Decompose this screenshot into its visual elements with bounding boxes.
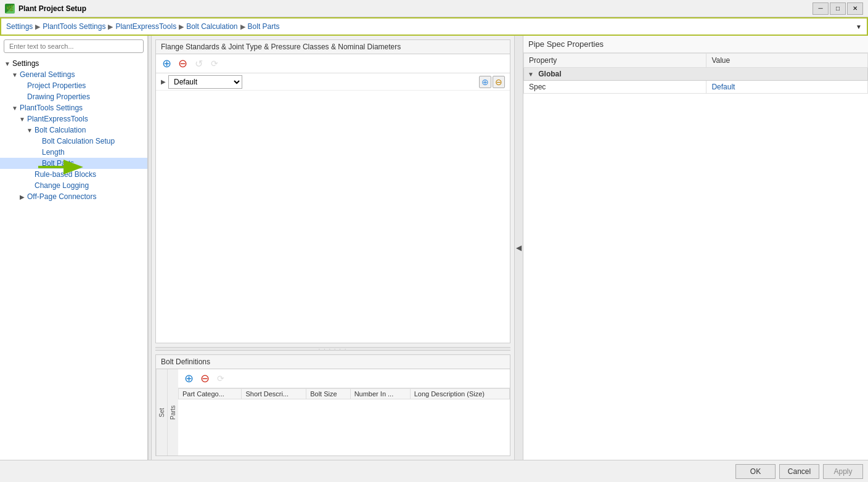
tree-item-drawing-properties[interactable]: Drawing Properties xyxy=(0,91,147,102)
tree-label-length: Length xyxy=(42,148,65,157)
tree-label-project-properties: Project Properties xyxy=(27,81,86,90)
expand-settings-icon: ▼ xyxy=(2,60,12,67)
bottom-bar: OK Cancel Apply xyxy=(0,460,868,482)
prop-name-spec: Spec xyxy=(524,81,706,94)
prop-col-property: Property xyxy=(524,54,706,68)
bolt-definitions-header: Bolt Definitions xyxy=(156,355,510,369)
resize-dots: · · · · · · xyxy=(319,346,347,352)
tree-item-length[interactable]: Length xyxy=(0,147,147,158)
add-circle-icon: ⊕ xyxy=(162,57,171,70)
breadcrumb-sep-2: ▶ xyxy=(108,23,113,31)
tree-item-bolt-calculation[interactable]: ▼ Bolt Calculation xyxy=(0,125,147,136)
bolt-remove-button[interactable]: ⊖ xyxy=(198,372,211,385)
flange-undo-button[interactable]: ↺ xyxy=(192,57,205,70)
bolt-remove-icon: ⊖ xyxy=(200,372,210,385)
breadcrumb-settings[interactable]: Settings xyxy=(6,22,33,31)
bolt-def-inner: ⊕ ⊖ ⟳ Part Catego... xyxy=(178,369,510,455)
tree-label-bolt-calculation: Bolt Calculation xyxy=(35,126,86,134)
minimize-button[interactable]: ─ xyxy=(813,2,829,15)
tree-item-bolt-parts[interactable]: Bolt Parts xyxy=(0,158,147,169)
breadcrumb-dropdown-icon[interactable]: ▼ xyxy=(856,23,862,30)
tree-label-change-logging: Change Logging xyxy=(35,181,89,190)
flange-refresh-button[interactable]: ⟳ xyxy=(208,57,221,70)
group-label-global: Global xyxy=(538,70,561,78)
flange-add-button[interactable]: ⊕ xyxy=(160,57,173,70)
expand-ruleblocks-icon xyxy=(25,171,35,178)
flange-panel: Flange Standards & Joint Type & Pressure… xyxy=(155,39,510,343)
prop-col-value: Value xyxy=(706,54,868,68)
tree-item-off-page-connectors[interactable]: ▶ Off-Page Connectors xyxy=(0,191,147,202)
tree-label-planttools-settings: PlantTools Settings xyxy=(20,104,83,112)
breadcrumb-boltcalc[interactable]: Bolt Calculation xyxy=(186,22,237,31)
title-bar: 🌿 Plant Project Setup ─ □ ✕ xyxy=(0,0,868,17)
tree-label-bolt-parts: Bolt Parts xyxy=(42,159,74,168)
bolt-refresh-icon: ⟳ xyxy=(217,374,224,383)
tree-container: ▼ Settings ▼ General Settings Project Pr… xyxy=(0,57,147,460)
flange-toolbar: ⊕ ⊖ ↺ ⟳ xyxy=(156,54,510,73)
tree-item-settings[interactable]: ▼ Settings xyxy=(0,58,147,69)
expand-boltsetup-icon xyxy=(32,138,42,145)
bolt-add-button[interactable]: ⊕ xyxy=(182,372,195,385)
bolt-definitions-title: Bolt Definitions xyxy=(161,357,210,366)
ok-button[interactable]: OK xyxy=(735,464,776,479)
flange-panel-header: Flange Standards & Joint Type & Pressure… xyxy=(156,40,510,54)
breadcrumb-sep-1: ▶ xyxy=(35,23,40,31)
app-icon: 🌿 xyxy=(5,4,15,14)
spec-add-icon: ⊕ xyxy=(481,77,489,87)
cancel-button[interactable]: Cancel xyxy=(779,464,819,479)
tree-label-general-settings: General Settings xyxy=(20,70,75,79)
bolt-definitions-panel: Bolt Definitions Set Parts ⊕ ⊖ ⟳ xyxy=(155,354,510,456)
sidebar-collapse-toggle[interactable]: ◀ xyxy=(514,36,523,460)
flange-grid: ▶ Default ⊕ ⊖ xyxy=(156,73,510,343)
expand-project-icon xyxy=(17,83,27,89)
group-collapse-icon: ▼ xyxy=(528,71,534,78)
tree-item-general-settings[interactable]: ▼ General Settings xyxy=(0,69,147,80)
expand-changelogging-icon xyxy=(25,182,35,189)
breadcrumb-plantexpress[interactable]: PlantExpressTools xyxy=(115,22,176,31)
spec-row-default: ▶ Default ⊕ ⊖ xyxy=(156,73,510,91)
expand-planttools-icon: ▼ xyxy=(10,105,20,112)
flange-panel-title: Flange Standards & Joint Type & Pressure… xyxy=(161,43,401,51)
sidebar: ▼ Settings ▼ General Settings Project Pr… xyxy=(0,36,148,460)
bolt-refresh-button[interactable]: ⟳ xyxy=(214,372,227,385)
col-short-desc: Short Descri... xyxy=(242,389,306,399)
spec-dropdown[interactable]: Default xyxy=(168,75,242,89)
tree-label-bolt-calculation-setup: Bolt Calculation Setup xyxy=(42,137,115,145)
flange-remove-button[interactable]: ⊖ xyxy=(176,57,189,70)
collapse-icon: ◀ xyxy=(516,243,522,252)
tree-item-project-properties[interactable]: Project Properties xyxy=(0,80,147,91)
prop-value-spec: Default xyxy=(706,81,868,94)
set-label: Set xyxy=(156,369,167,455)
tree-item-change-logging[interactable]: Change Logging xyxy=(0,180,147,191)
tree-item-plantexpresstools[interactable]: ▼ PlantExpressTools xyxy=(0,113,147,125)
main-layout: ▼ Settings ▼ General Settings Project Pr… xyxy=(0,36,868,460)
expand-offpage-icon: ▶ xyxy=(17,194,27,200)
undo-icon: ↺ xyxy=(195,58,203,70)
window-controls[interactable]: ─ □ ✕ xyxy=(813,2,863,15)
close-button[interactable]: ✕ xyxy=(847,2,863,15)
bolt-add-icon: ⊕ xyxy=(184,372,194,385)
spec-add-button[interactable]: ⊕ xyxy=(479,76,491,88)
expand-boltparts-icon xyxy=(32,160,42,167)
col-number-in: Number In ... xyxy=(350,389,410,399)
maximize-button[interactable]: □ xyxy=(830,2,846,15)
bolt-def-container: Set Parts ⊕ ⊖ ⟳ xyxy=(156,369,510,455)
prop-table: Property Value ▼ Global Spec Default xyxy=(523,53,868,94)
breadcrumb-planttools[interactable]: PlantTools Settings xyxy=(43,22,105,31)
prop-group-global: ▼ Global xyxy=(524,68,868,81)
search-input[interactable] xyxy=(4,39,144,53)
tree-item-planttools-settings[interactable]: ▼ PlantTools Settings xyxy=(0,102,147,113)
spec-row-actions: ⊕ ⊖ xyxy=(479,76,507,88)
title-bar-left: 🌿 Plant Project Setup xyxy=(5,4,86,14)
expand-boltcalc-icon: ▼ xyxy=(25,127,35,134)
pipe-spec-panel: Pipe Spec Properties Property Value ▼ Gl… xyxy=(523,36,868,460)
panel-resize-handle[interactable]: · · · · · · xyxy=(155,347,510,351)
tree-item-rule-based-blocks[interactable]: Rule-based Blocks xyxy=(0,169,147,180)
col-part-category: Part Catego... xyxy=(179,389,242,399)
apply-button[interactable]: Apply xyxy=(823,464,863,479)
spec-row-arrow: ▶ xyxy=(158,78,168,85)
expand-general-icon: ▼ xyxy=(10,71,20,78)
expand-plantexpress-icon: ▼ xyxy=(17,116,27,123)
tree-item-bolt-calculation-setup[interactable]: Bolt Calculation Setup xyxy=(0,136,147,147)
spec-remove-button[interactable]: ⊖ xyxy=(493,76,505,88)
